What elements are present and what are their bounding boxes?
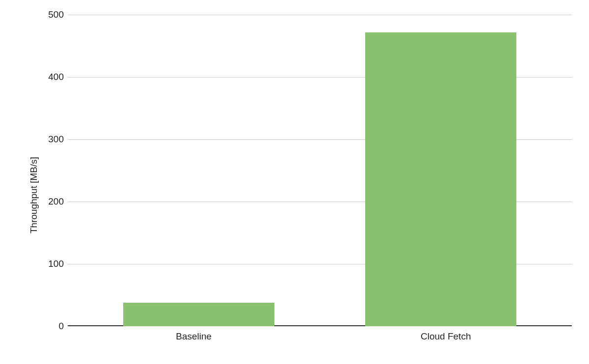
bar-baseline — [123, 303, 274, 326]
y-tick-label: 200 — [48, 196, 64, 207]
y-tick-label: 0 — [58, 321, 64, 332]
y-tick-label: 400 — [48, 72, 64, 82]
x-tick-label: Baseline — [68, 326, 320, 353]
bar-cloud-fetch — [365, 32, 516, 326]
y-tick-label: 100 — [48, 259, 64, 269]
y-axis: 500 400 300 200 100 0 — [41, 10, 68, 353]
y-tick-label: 500 — [48, 9, 64, 20]
plot-inner — [68, 15, 572, 326]
chart-container: Throughput [MB/s] 500 400 300 200 100 0 … — [27, 10, 577, 353]
x-tick-label: Cloud Fetch — [320, 326, 572, 353]
y-tick-label: 300 — [48, 134, 64, 145]
gridline — [68, 15, 572, 15]
plot-area: Baseline Cloud Fetch — [68, 10, 577, 353]
y-axis-label: Throughput [MB/s] — [27, 10, 41, 353]
x-axis-labels: Baseline Cloud Fetch — [68, 326, 572, 353]
